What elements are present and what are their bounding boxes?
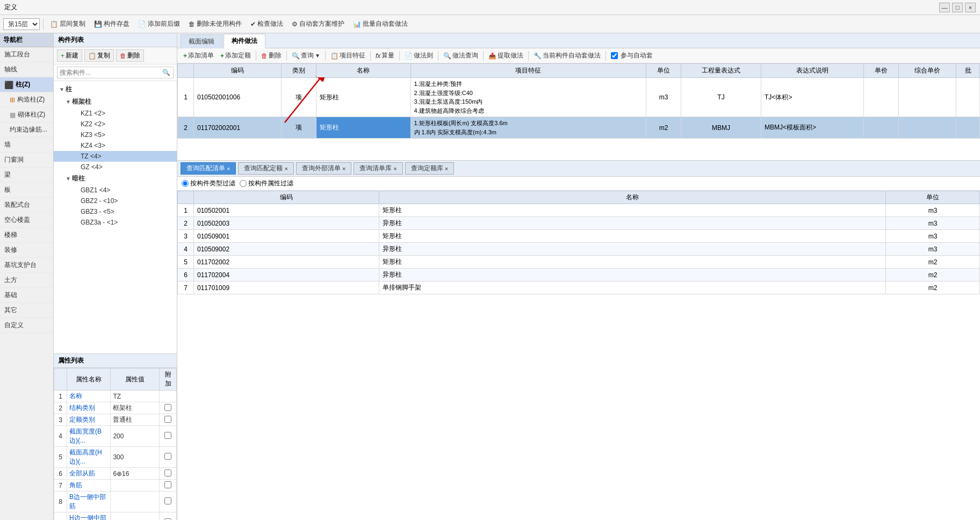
match-row-4[interactable]: 4 010509002 异形柱 m3 bbox=[178, 243, 980, 256]
tree-node-hidden-column[interactable]: ▼ 暗柱 bbox=[54, 172, 177, 185]
tab-query-quota-db[interactable]: 查询定额库 × bbox=[405, 162, 454, 175]
prop-add-4[interactable] bbox=[164, 432, 171, 439]
delete-unused-button[interactable]: 🗑 删除未使用构件 bbox=[185, 18, 245, 30]
nav-slab[interactable]: 板 bbox=[0, 183, 53, 198]
tree-node-gbz3a[interactable]: GBZ3a - <1> bbox=[54, 217, 177, 228]
method-row-2[interactable]: 2 011702002001 项 矩形柱 1.矩形柱模板(周长m) 支模高度3.… bbox=[178, 117, 980, 139]
auto-method-button[interactable]: 🔧 当前构件自动套做法 bbox=[531, 50, 603, 61]
nav-stair[interactable]: 楼梯 bbox=[0, 228, 53, 243]
cell-code-2[interactable]: 011702002001 bbox=[194, 117, 282, 139]
nav-definition[interactable]: 自定义 bbox=[0, 318, 53, 333]
delete-component-button[interactable]: 🗑 删除 bbox=[116, 49, 144, 62]
auto-scheme-button[interactable]: ⚙ 自动套方案维护 bbox=[289, 18, 348, 30]
project-feature-button[interactable]: 📋 项目特征 bbox=[328, 50, 368, 61]
add-list-button[interactable]: + 添加清单 bbox=[181, 50, 217, 61]
nav-hollow[interactable]: 空心楼盖 bbox=[0, 213, 53, 228]
tab-query-external[interactable]: 查询外部清单 × bbox=[296, 162, 351, 175]
extract-method-button[interactable]: 📤 提取做法 bbox=[486, 50, 526, 61]
nav-axis[interactable]: 轴线 bbox=[0, 62, 53, 77]
tree-node-kz3[interactable]: KZ3 <5> bbox=[54, 129, 177, 140]
cell-code-1[interactable]: 010502001006 bbox=[194, 78, 282, 117]
close-button[interactable]: × bbox=[965, 3, 976, 12]
nav-prefab[interactable]: 装配式台 bbox=[0, 198, 53, 213]
match-row-3[interactable]: 3 010509001 矩形柱 m3 bbox=[178, 230, 980, 243]
match-row-1[interactable]: 1 010502001 矩形柱 m3 bbox=[178, 204, 980, 217]
match-row-2[interactable]: 2 010502003 异形柱 m3 bbox=[178, 217, 980, 230]
cell-feature-1[interactable]: 1.混凝土种类:预拌 2.混凝土强度等级:C40 3.混凝土泵送高度:150m内… bbox=[410, 78, 646, 117]
col-idx bbox=[54, 369, 67, 391]
tab-section-edit[interactable]: 截面编辑 bbox=[181, 34, 222, 48]
nav-construction-stage[interactable]: 施工段台 bbox=[0, 47, 53, 62]
minimize-button[interactable]: — bbox=[939, 3, 950, 12]
method-row-1[interactable]: 1 010502001006 项 矩形柱 1.混凝土种类:预拌 2.混凝土强度等… bbox=[178, 78, 980, 117]
cell-formula-1[interactable]: TJ bbox=[681, 78, 761, 117]
add-prefix-button[interactable]: 📄 添加前后缀 bbox=[135, 18, 183, 30]
tab-query-db[interactable]: 查询清单库 × bbox=[354, 162, 402, 175]
query-button[interactable]: 🔍 查询 ▼ bbox=[289, 50, 323, 61]
check-method-button[interactable]: ✔ 检查做法 bbox=[247, 18, 286, 30]
calc-button[interactable]: fx 算量 bbox=[373, 50, 397, 61]
batch-auto-button[interactable]: 📊 批量自动套做法 bbox=[350, 18, 411, 30]
nav-decoration[interactable]: 装修 bbox=[0, 243, 53, 258]
prop-add-3[interactable] bbox=[164, 416, 171, 423]
filter-by-type-label[interactable]: 按构件类型过滤 bbox=[182, 179, 235, 188]
tab-query-match-list[interactable]: 查询匹配清单 × bbox=[181, 162, 236, 175]
nav-construct-z[interactable]: ⊞ 构造柱(Z) bbox=[0, 92, 53, 107]
tree-node-kz1[interactable]: KZ1 <2> bbox=[54, 108, 177, 119]
close-match-quota[interactable]: × bbox=[284, 165, 287, 172]
prop-add-5[interactable] bbox=[164, 453, 171, 460]
auto-checkbox[interactable] bbox=[611, 52, 618, 59]
nav-constraint[interactable]: 约束边缘筋... bbox=[0, 122, 53, 138]
delete-method-button[interactable]: 🗑 删除 bbox=[258, 50, 284, 61]
tree-node-gbz1[interactable]: GBZ1 <4> bbox=[54, 185, 177, 196]
floor-copy-button[interactable]: 📋 层间复制 bbox=[47, 18, 89, 30]
tree-node-tz[interactable]: TZ <4> bbox=[54, 151, 177, 162]
nav-block-z[interactable]: ▦ 砌体柱(Z) bbox=[0, 107, 53, 122]
maximize-button[interactable]: □ bbox=[952, 3, 963, 12]
prop-add-6[interactable] bbox=[164, 470, 171, 476]
close-match-list[interactable]: × bbox=[227, 165, 230, 172]
tab-query-match-quota[interactable]: 查询匹配定额 × bbox=[238, 162, 293, 175]
nav-beam[interactable]: 梁 bbox=[0, 168, 53, 183]
prop-add-2[interactable] bbox=[164, 404, 171, 411]
nav-other[interactable]: 其它 bbox=[0, 303, 53, 318]
method-rule-button[interactable]: 📄 做法则 bbox=[402, 50, 436, 61]
tree-node-root-column[interactable]: ▼ 柱 bbox=[54, 83, 177, 96]
nav-foundation2[interactable]: 基础 bbox=[0, 288, 53, 303]
search-input[interactable] bbox=[57, 67, 174, 78]
close-db[interactable]: × bbox=[393, 165, 397, 172]
floor-select[interactable]: 第15层 bbox=[3, 18, 40, 30]
method-query-button[interactable]: 🔍 做法查询 bbox=[441, 50, 481, 61]
filter-by-property-label[interactable]: 按构件属性过滤 bbox=[240, 179, 293, 188]
tree-node-kz2[interactable]: KZ2 <2> bbox=[54, 119, 177, 129]
nav-column[interactable]: ⬛ 柱(Z) bbox=[0, 77, 53, 92]
add-quota-button[interactable]: + 添加定额 bbox=[218, 50, 254, 61]
nav-wall[interactable]: 墙 bbox=[0, 138, 53, 153]
cell-name-2[interactable]: 矩形柱 bbox=[316, 117, 410, 139]
component-save-button[interactable]: 💾 构件存盘 bbox=[91, 18, 133, 30]
filter-by-property-radio[interactable] bbox=[240, 180, 247, 187]
nav-foundation[interactable]: 基坑支护台 bbox=[0, 258, 53, 273]
match-row-5[interactable]: 5 011702002 矩形柱 m2 bbox=[178, 256, 980, 269]
tab-component-method[interactable]: 构件做法 bbox=[224, 34, 265, 48]
tree-node-gbz2[interactable]: GBZ2 - <10> bbox=[54, 196, 177, 206]
close-external[interactable]: × bbox=[342, 165, 345, 172]
nav-door-window[interactable]: 门窗洞 bbox=[0, 153, 53, 168]
tree-node-frame-column[interactable]: ▼ 框架柱 bbox=[54, 96, 177, 108]
cell-feature-2[interactable]: 1.矩形柱模板(周长m) 支模高度3.6m 内 1.8内 实际支模高度(m):4… bbox=[410, 117, 646, 139]
new-component-button[interactable]: + 新建 bbox=[57, 49, 82, 62]
cell-name-1[interactable]: 矩形柱 bbox=[316, 78, 410, 117]
close-quota-db[interactable]: × bbox=[445, 165, 448, 172]
prop-add-7[interactable] bbox=[164, 481, 171, 488]
filter-by-type-radio[interactable] bbox=[182, 180, 189, 187]
tree-node-gz[interactable]: GZ <4> bbox=[54, 162, 177, 172]
cell-formula-2[interactable]: MBMJ bbox=[681, 117, 761, 139]
nav-earthwork[interactable]: 土方 bbox=[0, 273, 53, 288]
tree-node-kz4[interactable]: KZ4 <3> bbox=[54, 140, 177, 151]
copy-component-button[interactable]: 📋 复制 bbox=[84, 49, 114, 62]
prop-add-8[interactable] bbox=[164, 497, 171, 504]
auto-checkbox-label[interactable]: 参与自动套 bbox=[608, 50, 655, 61]
match-row-6[interactable]: 6 011702004 异形柱 m2 bbox=[178, 269, 980, 281]
match-row-7[interactable]: 7 011701009 单排钢脚手架 m2 bbox=[178, 281, 980, 294]
tree-node-gbz3[interactable]: GBZ3 - <5> bbox=[54, 206, 177, 217]
